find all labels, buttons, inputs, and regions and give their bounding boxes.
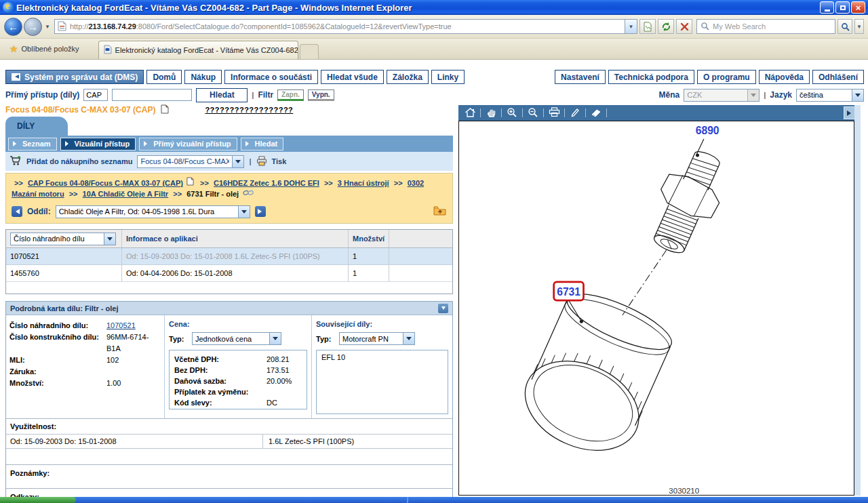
refresh-button[interactable] xyxy=(658,19,674,34)
dms-icon xyxy=(12,73,20,81)
windows-taskbar[interactable] xyxy=(0,497,868,503)
part-label-6890: 6890 xyxy=(696,125,719,136)
filter-label: Filtr xyxy=(258,90,273,100)
menu-settings-button[interactable]: Nastavení xyxy=(555,70,606,84)
favorites-button[interactable]: ★ Oblíbené položky xyxy=(3,41,86,57)
subnav-search-button[interactable]: Hledat xyxy=(241,138,284,150)
usability-section: Využitelnost: Od: 15-09-2003 Do: 15-01-2… xyxy=(6,418,452,464)
subnav-list-button[interactable]: Seznam xyxy=(8,138,57,150)
close-button[interactable]: × xyxy=(851,1,865,14)
catalog-header-row: Focus 04-08/Focus C-MAX 03-07 (CAP) ????… xyxy=(5,104,293,115)
page-view-button[interactable] xyxy=(639,19,656,34)
part-number-input[interactable] xyxy=(112,89,192,101)
filter-on-button[interactable]: Zapn. xyxy=(277,89,304,101)
start-button[interactable] xyxy=(0,497,76,503)
ie-icon xyxy=(3,2,14,13)
tab-dily[interactable]: DÍLY xyxy=(5,117,68,136)
stop-button[interactable] xyxy=(676,19,692,34)
notes-section: Poznámky: xyxy=(6,464,452,488)
menu-home-button[interactable]: Domů xyxy=(146,70,182,84)
part-label-6731: 6731 xyxy=(557,286,580,298)
qty-column-header: Množství xyxy=(348,230,389,247)
arrow-left-icon xyxy=(13,209,20,214)
zoom-in-button[interactable] xyxy=(504,106,520,120)
web-search-input[interactable]: My Web Search xyxy=(696,19,835,34)
search-go-button[interactable] xyxy=(837,19,852,34)
menu-purchase-button[interactable]: Nákup xyxy=(184,70,222,84)
section-select[interactable]: Chladič Oleje A Filtr, Od: 04-05-1998 1.… xyxy=(56,205,250,218)
part-number-link[interactable]: 1070521 xyxy=(106,320,136,331)
usability-period: Od: 15-09-2003 Do: 15-01-2008 xyxy=(6,437,262,445)
parts-subnav: Seznam Vizuální přístup Přímý vizuální p… xyxy=(5,136,453,152)
back-button[interactable]: ← xyxy=(4,18,22,36)
quick-search-button[interactable]: Hledat xyxy=(196,88,248,102)
filter-off-button[interactable]: Vypn. xyxy=(308,89,334,101)
diagram-pan-button[interactable] xyxy=(483,106,499,120)
link-chain-icon[interactable] xyxy=(241,190,254,198)
url-input[interactable]: http://213.168.74.29:8080/Ford/SelectCat… xyxy=(54,19,625,34)
menu-links-button[interactable]: Linky xyxy=(431,70,465,84)
print-button[interactable]: Tisk xyxy=(272,157,287,165)
chevron-down-icon xyxy=(852,89,863,101)
breadcrumb-link-catalogue[interactable]: CAP Focus 04-08/Focus C-MAX 03-07 (CAP) xyxy=(28,179,183,187)
menu-logout-button[interactable]: Odhlášení xyxy=(812,70,864,84)
menu-support-button[interactable]: Technická podpora xyxy=(608,70,694,84)
currency-label: Měna xyxy=(659,90,680,100)
printer-icon xyxy=(549,107,560,119)
menu-bookmark-button[interactable]: Záložka xyxy=(387,70,429,84)
catalogue-code-input[interactable]: CAP xyxy=(83,89,108,101)
add-to-list-row: Přidat do nákupního seznamu Focus 04-08/… xyxy=(5,152,453,171)
zoom-out-button[interactable] xyxy=(525,106,541,120)
breadcrumb-link-engine[interactable]: C16HDEZ Zetec 1.6 DOHC EFI xyxy=(214,179,319,187)
breadcrumb-link-group[interactable]: 3 Hnací ústrojí xyxy=(338,179,389,187)
diagram-eraser-button[interactable] xyxy=(588,106,604,120)
question-link[interactable]: ?????????????????? xyxy=(205,106,293,114)
detail-body: Číslo náhradního dílu:1070521 Číslo kons… xyxy=(6,315,452,418)
chevron-down-icon xyxy=(269,333,281,344)
new-tab-stub[interactable] xyxy=(300,44,319,59)
menu-part-info-button[interactable]: Informace o součásti xyxy=(224,70,318,84)
breadcrumb-link-section[interactable]: 10A Chladič Oleje A Filtr xyxy=(83,190,169,198)
table-row[interactable]: 1070521 Od: 15-09-2003 Do: 15-01-2008 1.… xyxy=(6,248,452,265)
history-dropdown-icon[interactable]: ▼ xyxy=(45,24,50,30)
chevron-down-icon xyxy=(441,306,446,312)
part-column-select[interactable]: Číslo náhradního dílu xyxy=(10,233,116,245)
related-type-select[interactable]: Motorcraft PN xyxy=(339,332,415,345)
search-options-dropdown[interactable]: ▼ xyxy=(854,19,864,34)
price-type-select[interactable]: Jednotková cena xyxy=(192,332,281,345)
oil-filter-drawing: 6890 6731 3030210 xyxy=(459,121,854,495)
vehicle-select[interactable]: Focus 04-08/Focus C-MAX xyxy=(137,155,244,168)
next-section-button[interactable] xyxy=(255,206,266,217)
folder-up-icon[interactable] xyxy=(433,205,447,218)
links-section: Odkazy: xyxy=(6,488,452,497)
tab-favicon-icon xyxy=(104,45,112,56)
language-select[interactable]: čeština xyxy=(796,89,864,102)
subnav-visual-access-button[interactable]: Vizuální přístup xyxy=(60,138,136,150)
document-icon[interactable] xyxy=(161,104,169,115)
section-label: Oddíl: xyxy=(27,207,51,216)
diagram-home-button[interactable] xyxy=(462,106,478,120)
related-parts-column: Související díly: Typ: Motorcraft PN EFL… xyxy=(311,315,452,418)
minimize-button[interactable] xyxy=(820,1,834,14)
star-icon: ★ xyxy=(9,43,18,54)
add-to-list-button[interactable]: Přidat do nákupního seznamu xyxy=(26,157,132,165)
menu-dms-button[interactable]: Systém pro správu dat (DMS) xyxy=(5,70,144,84)
subnav-direct-visual-button[interactable]: Přímý vizuální přístup xyxy=(139,138,237,150)
forward-button[interactable]: → xyxy=(24,18,42,36)
restore-button[interactable] xyxy=(835,1,850,14)
menu-help-button[interactable]: Nápověda xyxy=(759,70,810,84)
previous-section-button[interactable] xyxy=(12,206,22,217)
eraser-icon xyxy=(591,108,601,119)
diagram-annotate-button[interactable] xyxy=(567,106,583,120)
tab-fordecat[interactable]: Elektronický katalog FordEcat - Vítáme V… xyxy=(98,41,298,59)
collapse-button[interactable] xyxy=(438,304,448,313)
url-dropdown-button[interactable]: ▼ xyxy=(625,19,637,34)
menu-search-all-button[interactable]: Hledat všude xyxy=(321,70,384,84)
language-label: Jazyk xyxy=(770,90,792,100)
part-diagram[interactable]: 6890 6731 3030210 xyxy=(458,121,854,496)
table-row[interactable]: 1455760 Od: 04-04-2006 Do: 15-01-2008 1 xyxy=(6,265,452,282)
chevron-down-icon xyxy=(403,333,414,344)
diagram-print-button[interactable] xyxy=(546,106,562,120)
document-icon[interactable] xyxy=(185,179,197,187)
menu-about-button[interactable]: O programu xyxy=(697,70,756,84)
